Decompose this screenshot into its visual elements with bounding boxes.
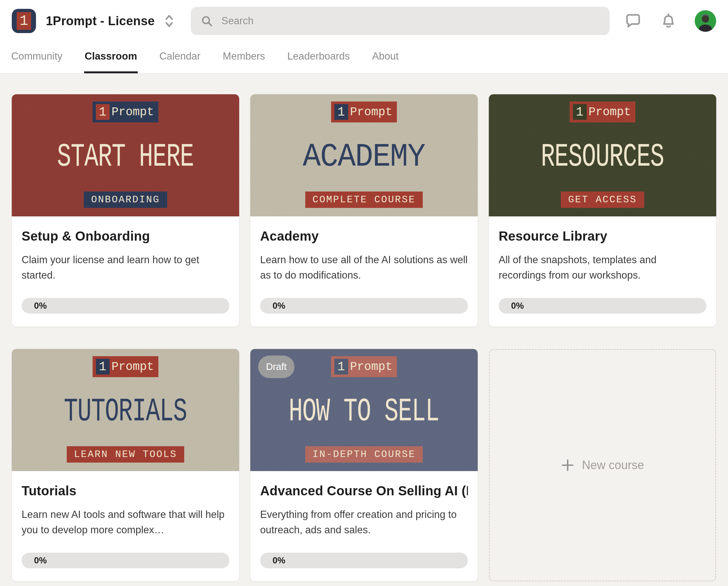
- course-banner: Draft 1 Prompt HOW TO SELL IN-DEPTH COUR…: [250, 349, 478, 471]
- top-bar: 1 1Prompt - License: [0, 0, 728, 42]
- avatar-image: [695, 10, 716, 32]
- course-description: Learn how to use all of the AI solutions…: [260, 252, 468, 285]
- banner-title: RESOURCES: [541, 139, 664, 175]
- progress-label: 0%: [34, 301, 47, 311]
- course-description: Everything from offer creation and prici…: [260, 507, 468, 539]
- course-banner: 1 Prompt ACADEMY COMPLETE COURSE: [250, 94, 478, 216]
- user-avatar[interactable]: [695, 10, 716, 32]
- header: 1 1Prompt - License: [0, 0, 728, 73]
- brand-badge-name: Prompt: [111, 360, 154, 373]
- course-title: Academy: [260, 229, 468, 244]
- course-title: Setup & Onboarding: [22, 229, 229, 244]
- community-logo-glyph: 1: [17, 12, 31, 30]
- course-card-body: Academy Learn how to use all of the AI s…: [250, 216, 478, 327]
- chat-bubble-icon: [624, 12, 642, 30]
- top-icons: [624, 10, 716, 32]
- course-title: Advanced Course On Selling AI (H…: [260, 484, 468, 498]
- banner-label: IN-DEPTH COURSE: [305, 446, 423, 463]
- tab-classroom[interactable]: Classroom: [84, 42, 138, 73]
- brand-badge-square: 1: [573, 104, 587, 120]
- chevron-up-down-icon: [163, 14, 175, 28]
- new-course-label: New course: [582, 458, 644, 472]
- course-card-body: Advanced Course On Selling AI (H… Everyt…: [250, 471, 478, 581]
- course-grid: 1 Prompt START HERE ONBOARDING Setup & O…: [0, 73, 728, 586]
- progress-bar: 0%: [260, 298, 468, 314]
- brand-badge-name: Prompt: [350, 105, 393, 119]
- tab-calendar[interactable]: Calendar: [159, 42, 201, 73]
- banner-title-wrap: TUTORIALS: [12, 377, 239, 446]
- course-card-tutorials[interactable]: 1 Prompt TUTORIALS LEARN NEW TOOLS Tutor…: [12, 349, 239, 581]
- progress-bar: 0%: [260, 553, 468, 568]
- banner-title: HOW TO SELL: [289, 393, 439, 430]
- banner-title: START HERE: [57, 139, 194, 175]
- community-title: 1Prompt - License: [46, 14, 155, 28]
- chat-button[interactable]: [624, 12, 642, 30]
- tab-community[interactable]: Community: [10, 42, 63, 73]
- progress-bar: 0%: [22, 553, 229, 568]
- search-bar[interactable]: [191, 7, 609, 35]
- progress-label: 0%: [34, 556, 47, 566]
- banner-title-wrap: HOW TO SELL: [250, 377, 478, 446]
- brand-badge: 1 Prompt: [331, 101, 397, 122]
- banner-title: ACADEMY: [303, 139, 425, 175]
- progress-label: 0%: [511, 301, 524, 311]
- course-description: Learn new AI tools and software that wil…: [22, 507, 229, 539]
- course-description: All of the snapshots, templates and reco…: [499, 252, 706, 285]
- banner-label: COMPLETE COURSE: [305, 192, 423, 208]
- notifications-button[interactable]: [659, 12, 678, 30]
- brand-badge-name: Prompt: [589, 105, 631, 119]
- banner-title-wrap: ACADEMY: [250, 122, 478, 192]
- brand-badge-name: Prompt: [350, 360, 393, 373]
- course-banner: 1 Prompt TUTORIALS LEARN NEW TOOLS: [12, 349, 239, 471]
- course-banner: 1 Prompt RESOURCES GET ACCESS: [489, 94, 716, 216]
- course-card-how-to-sell[interactable]: Draft 1 Prompt HOW TO SELL IN-DEPTH COUR…: [250, 349, 478, 581]
- brand-badge: 1 Prompt: [570, 101, 636, 122]
- bell-icon: [659, 12, 678, 30]
- banner-title: TUTORIALS: [64, 393, 187, 430]
- brand-badge: 1 Prompt: [331, 356, 397, 377]
- tab-members[interactable]: Members: [222, 42, 266, 73]
- course-card-body: Resource Library All of the snapshots, t…: [489, 216, 716, 327]
- progress-bar: 0%: [499, 298, 706, 314]
- tab-leaderboards[interactable]: Leaderboards: [287, 42, 350, 73]
- progress-label: 0%: [272, 556, 285, 566]
- community-switcher-button[interactable]: [163, 14, 175, 28]
- search-input[interactable]: [222, 15, 600, 27]
- banner-label: GET ACCESS: [561, 192, 644, 208]
- plus-icon: [561, 458, 575, 472]
- course-card-setup-onboarding[interactable]: 1 Prompt START HERE ONBOARDING Setup & O…: [12, 94, 239, 327]
- brand-badge: 1 Prompt: [93, 101, 159, 122]
- brand-badge-name: Prompt: [111, 105, 154, 119]
- banner-title-wrap: START HERE: [12, 122, 239, 192]
- brand-badge: 1 Prompt: [93, 356, 159, 377]
- course-description: Claim your license and learn how to get …: [22, 252, 229, 285]
- course-card-body: Setup & Onboarding Claim your license an…: [12, 216, 239, 327]
- draft-badge: Draft: [258, 356, 294, 378]
- brand-badge-square: 1: [334, 359, 348, 374]
- banner-label: ONBOARDING: [84, 192, 167, 208]
- course-card-resource-library[interactable]: 1 Prompt RESOURCES GET ACCESS Resource L…: [489, 94, 716, 327]
- course-card-academy[interactable]: 1 Prompt ACADEMY COMPLETE COURSE Academy…: [250, 94, 478, 327]
- banner-label: LEARN NEW TOOLS: [67, 446, 184, 463]
- community-logo[interactable]: 1: [12, 9, 36, 33]
- brand-badge-square: 1: [96, 104, 110, 120]
- progress-label: 0%: [272, 301, 285, 311]
- course-banner: 1 Prompt START HERE ONBOARDING: [12, 94, 239, 216]
- course-title: Tutorials: [22, 484, 229, 498]
- brand-badge-square: 1: [96, 359, 110, 374]
- course-title: Resource Library: [499, 229, 706, 244]
- banner-title-wrap: RESOURCES: [489, 122, 716, 192]
- course-card-body: Tutorials Learn new AI tools and softwar…: [12, 471, 239, 581]
- brand-badge-square: 1: [334, 104, 348, 120]
- nav-tabs: Community Classroom Calendar Members Lea…: [0, 42, 728, 73]
- tab-about[interactable]: About: [371, 42, 399, 73]
- progress-bar: 0%: [22, 298, 229, 314]
- search-icon: [201, 15, 213, 27]
- new-course-button[interactable]: New course: [489, 349, 716, 581]
